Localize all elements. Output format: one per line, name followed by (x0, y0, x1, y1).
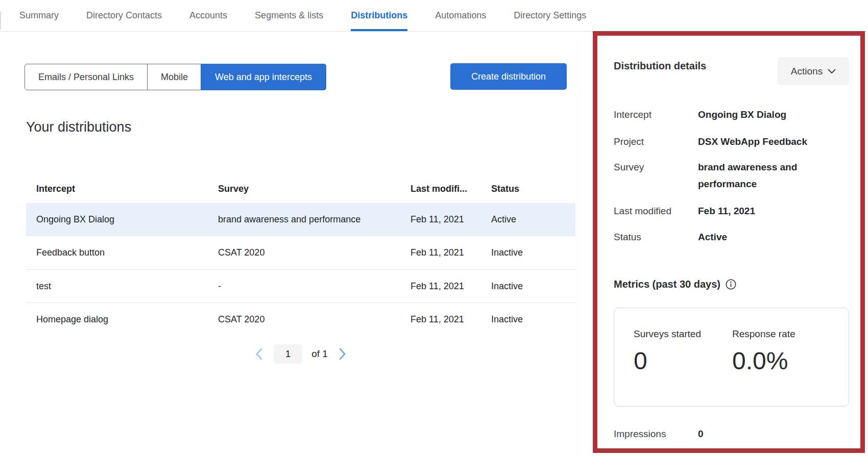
previous-page-icon[interactable] (253, 347, 264, 361)
cell-intercept: Feedback button (26, 247, 218, 258)
detail-field-last-modified: Last modified Feb 11, 2021 (614, 202, 854, 219)
current-page-indicator[interactable]: 1 (274, 344, 302, 364)
distribution-details-panel: Distribution details Actions Intercept O… (597, 36, 860, 448)
field-value: Feb 11, 2021 (698, 202, 841, 219)
field-label: Intercept (614, 106, 698, 123)
metric-value: 0.0% (732, 347, 795, 375)
detail-field-status: Status Active (614, 229, 854, 245)
table-row[interactable]: Homepage dialog CSAT 2020 Feb 11, 2021 I… (26, 302, 575, 336)
metric-label: Response rate (732, 328, 795, 340)
detail-field-intercept: Intercept Ongoing BX Dialog (614, 106, 854, 123)
cell-survey: CSAT 2020 (218, 247, 411, 258)
cell-survey: brand awareness and performance (218, 214, 411, 225)
distributions-table: Intercept Survey Last modifi... Status O… (26, 174, 575, 336)
cell-status: Inactive (491, 281, 575, 292)
field-value: Ongoing BX Dialog (698, 106, 841, 123)
cell-intercept: test (26, 281, 218, 292)
cell-last-modified: Feb 11, 2021 (411, 247, 491, 258)
field-value: 0 (698, 427, 704, 441)
segment-emails-personal-links[interactable]: Emails / Personal Links (25, 64, 147, 90)
metric-label: Surveys started (634, 328, 701, 340)
top-nav: Summary Directory Contacts Accounts Segm… (0, 0, 868, 32)
segment-mobile[interactable]: Mobile (147, 64, 201, 90)
field-label: Last modified (614, 202, 698, 219)
tab-segments-lists[interactable]: Segments & lists (255, 0, 323, 31)
info-icon[interactable] (726, 279, 736, 290)
segment-web-app-intercepts[interactable]: Web and app intercepts (201, 64, 326, 90)
table-header-row: Intercept Survey Last modifi... Status (26, 174, 575, 203)
cell-status: Active (491, 214, 575, 225)
actions-button[interactable]: Actions (778, 57, 849, 85)
column-header-last-modified: Last modifi... (411, 184, 491, 194)
field-label: Project (614, 133, 698, 150)
metric-response-rate: Response rate 0.0% (732, 328, 795, 375)
cell-last-modified: Feb 11, 2021 (411, 314, 491, 325)
column-header-survey: Survey (218, 184, 411, 194)
detail-field-survey: Survey brand awareness and performance (614, 159, 854, 192)
tab-directory-settings[interactable]: Directory Settings (514, 0, 586, 31)
cell-survey: CSAT 2020 (218, 314, 411, 325)
metric-value: 0 (634, 347, 701, 375)
cell-last-modified: Feb 11, 2021 (411, 214, 491, 225)
pagination: 1 of 1 (26, 344, 575, 364)
page-title: Your distributions (26, 119, 131, 135)
directory-distributions-screen: Summary Directory Contacts Accounts Segm… (0, 0, 868, 456)
field-value: Active (698, 229, 841, 245)
distribution-details-panel-highlight: Distribution details Actions Intercept O… (593, 31, 865, 453)
create-distribution-button[interactable]: Create distribution (450, 63, 567, 90)
field-value: DSX WebApp Feedback (698, 133, 841, 150)
metric-surveys-started: Surveys started 0 (634, 328, 701, 375)
detail-field-impressions: Impressions 0 (614, 427, 704, 441)
tab-summary[interactable]: Summary (19, 0, 59, 31)
table-row[interactable]: Feedback button CSAT 2020 Feb 11, 2021 I… (26, 236, 575, 269)
metrics-card: Surveys started 0 Response rate 0.0% (614, 308, 849, 407)
detail-field-project: Project DSX WebApp Feedback (614, 133, 854, 150)
cell-intercept: Homepage dialog (26, 314, 218, 325)
page-count-label: of 1 (311, 348, 328, 360)
left-edge-divider (0, 11, 1, 30)
tab-automations[interactable]: Automations (435, 0, 486, 31)
cell-status: Inactive (491, 314, 575, 325)
distribution-type-segmented-control: Emails / Personal Links Mobile Web and a… (25, 64, 326, 90)
metrics-heading: Metrics (past 30 days) (614, 278, 736, 290)
actions-button-label: Actions (791, 66, 823, 77)
metrics-heading-label: Metrics (past 30 days) (614, 278, 720, 290)
table-row[interactable]: test - Feb 11, 2021 Inactive (26, 269, 575, 302)
panel-title: Distribution details (614, 60, 706, 72)
tab-accounts[interactable]: Accounts (189, 0, 227, 31)
column-header-intercept: Intercept (26, 184, 218, 194)
field-label: Impressions (614, 427, 698, 441)
cell-last-modified: Feb 11, 2021 (411, 281, 491, 292)
tab-distributions[interactable]: Distributions (351, 0, 407, 31)
column-header-status: Status (491, 184, 575, 194)
tab-directory-contacts[interactable]: Directory Contacts (86, 0, 162, 31)
chevron-down-icon (828, 69, 836, 74)
cell-status: Inactive (491, 247, 575, 258)
field-label: Status (614, 229, 698, 245)
cell-survey: - (218, 281, 411, 292)
next-page-icon[interactable] (337, 347, 348, 361)
table-row[interactable]: Ongoing BX Dialog brand awareness and pe… (26, 203, 575, 236)
field-value: brand awareness and performance (698, 159, 841, 192)
cell-intercept: Ongoing BX Dialog (26, 214, 218, 225)
field-label: Survey (614, 159, 698, 192)
